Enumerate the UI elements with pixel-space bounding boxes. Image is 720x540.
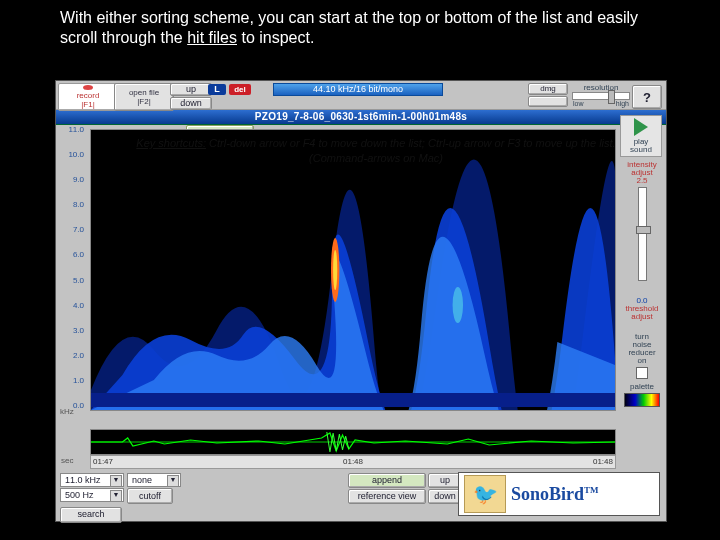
- spectrogram-svg: [91, 130, 615, 410]
- y-tick: 6.0: [60, 250, 84, 259]
- toolbar: record |F1| open file |F2| up down L del…: [56, 81, 666, 110]
- y-tick: 3.0: [60, 326, 84, 335]
- down-button[interactable]: down: [170, 97, 212, 110]
- dmg-group: dmg: [528, 83, 568, 107]
- chevron-down-icon: ▼: [110, 475, 122, 487]
- app-window: record |F1| open file |F2| up down L del…: [55, 80, 667, 522]
- play-l2: sound: [630, 146, 652, 154]
- up-button[interactable]: up: [170, 83, 212, 96]
- intensity-val: 2.5: [636, 176, 647, 185]
- caption-part2: to inspect.: [237, 29, 314, 46]
- time-ruler: sec 01:47 01:48 01:48: [90, 455, 616, 469]
- y-unit: kHz: [60, 407, 84, 416]
- ruler-center: 01:48: [343, 456, 363, 468]
- bottom-bar: 11.0 kHz▼ none▼ 500 Hz▼ cutoff search ap…: [58, 471, 664, 519]
- help-button[interactable]: ?: [632, 85, 662, 109]
- ruler-unit: sec: [61, 456, 73, 465]
- palette-bar[interactable]: [624, 393, 660, 407]
- refview-button[interactable]: reference view: [348, 489, 426, 504]
- sonobird-logo-icon: 🐦: [464, 475, 506, 513]
- caption-underline: hit files: [187, 29, 237, 46]
- record-key: |F1|: [81, 100, 95, 109]
- refview-down-button[interactable]: down: [428, 489, 462, 504]
- noise-checkbox[interactable]: [636, 367, 648, 379]
- palette-panel: palette: [622, 383, 662, 409]
- search-button[interactable]: search: [60, 507, 122, 523]
- palette-label: palette: [630, 382, 654, 391]
- logo-area: 🐦 SonoBirdTM: [458, 472, 660, 516]
- hz-dropdown[interactable]: 500 Hz▼: [60, 488, 124, 502]
- noise-reducer-panel: turn noise reducer on: [622, 333, 662, 383]
- chevron-down-icon: ▼: [167, 475, 179, 487]
- y-axis: 11.010.09.08.07.06.05.04.03.02.01.00.0kH…: [60, 125, 88, 405]
- svg-point-3: [453, 287, 463, 323]
- record-label: record: [77, 91, 100, 100]
- khz-dropdown[interactable]: 11.0 kHz▼: [60, 473, 124, 487]
- sonobird-logo-text: SonoBirdTM: [511, 484, 599, 505]
- y-tick: 4.0: [60, 301, 84, 310]
- ruler-right: 01:48: [593, 456, 613, 468]
- open-file-button[interactable]: open file |F2|: [114, 83, 174, 111]
- append-button[interactable]: append: [348, 473, 426, 488]
- noise-l4: on: [638, 356, 647, 365]
- filename-bar: PZO19_7-8-06_0630-1st6min-1-00h01m48s: [56, 110, 666, 125]
- key-body: Ctrl-down arrow or F4 to move down the l…: [209, 137, 616, 164]
- resolution-control: resolution low high: [570, 83, 632, 107]
- key-lead: Key shortcuts:: [136, 137, 206, 149]
- intensity-panel: intensity adjust 2.5: [622, 161, 662, 286]
- spectrogram[interactable]: [90, 129, 616, 411]
- key-shortcuts-overlay: Key shortcuts: Ctrl-down arrow or F4 to …: [126, 136, 626, 167]
- chevron-down-icon: ▼: [110, 490, 122, 502]
- del-button[interactable]: del: [229, 84, 251, 95]
- open-label: open file: [129, 88, 159, 97]
- y-tick: 5.0: [60, 276, 84, 285]
- y-tick: 9.0: [60, 175, 84, 184]
- record-button[interactable]: record |F1|: [58, 83, 118, 111]
- slide-caption: With either sorting scheme, you can star…: [60, 8, 660, 48]
- none-dropdown[interactable]: none▼: [127, 473, 181, 487]
- dmg2-button[interactable]: [528, 96, 568, 107]
- y-tick: 2.0: [60, 351, 84, 360]
- play-button[interactable]: play sound: [620, 115, 662, 157]
- sample-rate-display: 44.10 kHz/16 bit/mono: [273, 83, 443, 96]
- play-icon: [634, 118, 648, 136]
- waveform[interactable]: [90, 429, 616, 455]
- y-tick: 10.0: [60, 150, 84, 159]
- svg-rect-4: [91, 393, 615, 407]
- thresh-l2: adjust: [631, 312, 652, 321]
- record-icon: [83, 85, 93, 90]
- intensity-slider[interactable]: [638, 187, 647, 281]
- res-low: low: [573, 100, 584, 107]
- cutoff-button[interactable]: cutoff: [127, 488, 173, 504]
- res-high: high: [616, 100, 629, 107]
- y-tick: 1.0: [60, 376, 84, 385]
- open-key: |F2|: [137, 97, 151, 106]
- nav-buttons: up down: [170, 83, 204, 107]
- y-tick: 7.0: [60, 225, 84, 234]
- ruler-left: 01:47: [93, 456, 113, 468]
- spectrogram-area: 11.010.09.08.07.06.05.04.03.02.01.00.0kH…: [60, 125, 616, 425]
- resolution-slider[interactable]: [572, 92, 630, 100]
- refview-up-button[interactable]: up: [428, 473, 462, 488]
- dmg-button[interactable]: dmg: [528, 83, 568, 95]
- y-tick: 11.0: [60, 125, 84, 134]
- L-button[interactable]: L: [208, 84, 226, 95]
- y-tick: 8.0: [60, 200, 84, 209]
- threshold-panel: 0.0 threshold adjust: [622, 297, 662, 321]
- waveform-svg: [91, 430, 615, 454]
- caption-part1: With either sorting scheme, you can star…: [60, 9, 638, 46]
- svg-point-2: [333, 250, 337, 290]
